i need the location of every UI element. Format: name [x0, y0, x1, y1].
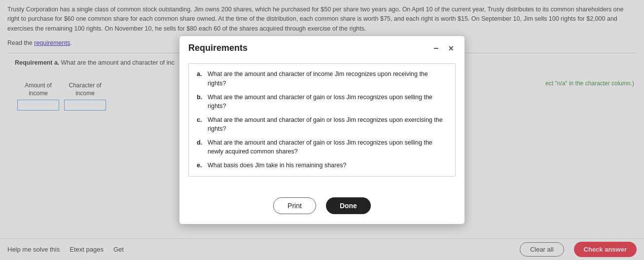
req-text: What are the amount and character of gai… — [208, 115, 447, 133]
done-button[interactable]: Done — [326, 197, 371, 214]
req-text: What are the amount and character of gai… — [208, 138, 447, 156]
requirements-list-box: a.What are the amount and character of i… — [188, 63, 456, 176]
requirement-item: a.What are the amount and character of i… — [197, 70, 447, 87]
req-text: What are the amount and character of gai… — [208, 93, 447, 111]
modal-minimize-button[interactable]: − — [431, 44, 441, 53]
modal-header: Requirements − × — [179, 36, 465, 58]
modal-footer: Print Done — [179, 192, 465, 224]
req-text: What basis does Jim take in his remainin… — [208, 161, 447, 170]
req-letter: e. — [197, 161, 204, 170]
req-letter: a. — [197, 70, 204, 87]
requirement-item: c.What are the amount and character of g… — [197, 115, 447, 133]
req-letter: b. — [197, 93, 204, 111]
modal-overlay: Requirements − × a.What are the amount a… — [0, 0, 644, 260]
modal-close-button[interactable]: × — [446, 44, 456, 53]
requirement-item: b.What are the amount and character of g… — [197, 93, 447, 111]
print-button[interactable]: Print — [273, 197, 316, 214]
requirements-modal: Requirements − × a.What are the amount a… — [179, 36, 465, 224]
modal-header-controls: − × — [431, 44, 456, 53]
req-letter: d. — [197, 138, 204, 156]
modal-body: a.What are the amount and character of i… — [179, 58, 465, 192]
requirement-item: e.What basis does Jim take in his remain… — [197, 161, 447, 170]
req-text: What are the amount and character of inc… — [208, 70, 447, 87]
req-letter: c. — [197, 115, 204, 133]
modal-title: Requirements — [188, 43, 248, 53]
requirement-item: d.What are the amount and character of g… — [197, 138, 447, 156]
